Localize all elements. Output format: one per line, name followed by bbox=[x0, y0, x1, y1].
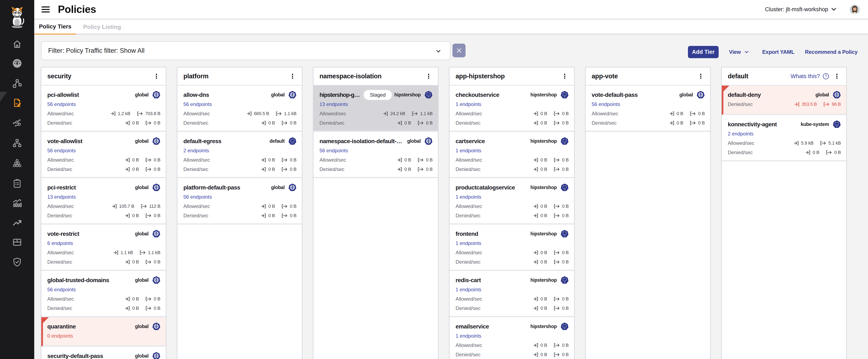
svg-text:?: ? bbox=[825, 74, 827, 78]
